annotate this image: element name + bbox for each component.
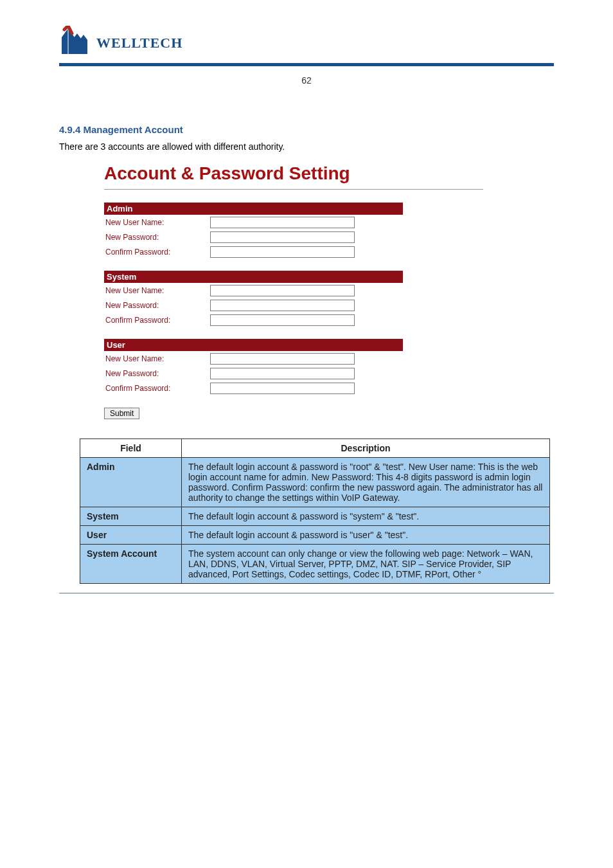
table-row: User The default login account & passwor… — [80, 526, 550, 545]
user-row-password: New Password: — [104, 366, 403, 381]
footer-rule — [59, 593, 554, 593]
user-block: User New User Name: New Password: Confir… — [104, 339, 403, 395]
table-cell-desc: The default login account & password is … — [182, 507, 550, 526]
system-confirm-input[interactable] — [210, 314, 355, 326]
table-cell-desc: The default login account & password is … — [182, 458, 550, 507]
table-row: System Account The system account can on… — [80, 545, 550, 584]
system-row-confirm: Confirm Password: — [104, 312, 403, 327]
table-cell-desc: The system account can only change or vi… — [182, 545, 550, 584]
system-password-input[interactable] — [210, 300, 355, 311]
admin-row-password: New Password: — [104, 230, 403, 244]
system-password-label: New Password: — [104, 301, 210, 310]
table-head-field: Field — [80, 439, 182, 458]
table-head-desc: Description — [182, 439, 550, 458]
table-head-row: Field Description — [80, 439, 550, 458]
admin-row-confirm: Confirm Password: — [104, 244, 403, 259]
user-confirm-label: Confirm Password: — [104, 384, 210, 393]
logo: WELLTECH — [59, 26, 613, 54]
header-rule — [59, 63, 554, 66]
admin-password-input[interactable] — [210, 231, 355, 243]
description-table: Field Description Admin The default logi… — [80, 439, 550, 584]
title-rule — [104, 189, 483, 190]
table-row: Admin The default login account & passwo… — [80, 458, 550, 507]
admin-block: Admin New User Name: New Password: Confi… — [104, 203, 403, 259]
system-username-input[interactable] — [210, 285, 355, 296]
table-cell-desc: The default login account & password is … — [182, 526, 550, 545]
admin-username-label: New User Name: — [104, 218, 210, 227]
system-block: System New User Name: New Password: Conf… — [104, 271, 403, 327]
user-confirm-input[interactable] — [210, 383, 355, 394]
system-heading: System — [104, 271, 403, 283]
admin-password-label: New Password: — [104, 233, 210, 242]
user-username-label: New User Name: — [104, 354, 210, 363]
table-cell-field: System — [80, 507, 182, 526]
table-cell-field: Admin — [80, 458, 182, 507]
user-username-input[interactable] — [210, 353, 355, 365]
logo-icon — [59, 26, 93, 54]
system-username-label: New User Name: — [104, 286, 210, 295]
admin-row-username: New User Name: — [104, 215, 403, 230]
table-cell-field: User — [80, 526, 182, 545]
admin-username-input[interactable] — [210, 217, 355, 228]
table-cell-field: System Account — [80, 545, 182, 584]
logo-text: WELLTECH — [96, 35, 182, 54]
table-row: System The default login account & passw… — [80, 507, 550, 526]
user-row-username: New User Name: — [104, 351, 403, 366]
user-row-confirm: Confirm Password: — [104, 381, 403, 395]
page-title: Account & Password Setting — [104, 163, 554, 184]
admin-confirm-input[interactable] — [210, 246, 355, 258]
user-password-label: New Password: — [104, 369, 210, 378]
system-confirm-label: Confirm Password: — [104, 316, 210, 325]
section-intro: There are 3 accounts are allowed with di… — [59, 141, 554, 152]
system-row-password: New Password: — [104, 298, 403, 312]
page-number-top: 62 — [0, 75, 613, 86]
section-heading: 4.9.4 Management Account — [59, 124, 554, 135]
logo-bar: WELLTECH — [0, 0, 613, 59]
submit-button[interactable]: Submit — [104, 408, 139, 419]
admin-heading: Admin — [104, 203, 403, 215]
user-password-input[interactable] — [210, 368, 355, 379]
admin-confirm-label: Confirm Password: — [104, 248, 210, 257]
user-heading: User — [104, 339, 403, 351]
system-row-username: New User Name: — [104, 283, 403, 298]
